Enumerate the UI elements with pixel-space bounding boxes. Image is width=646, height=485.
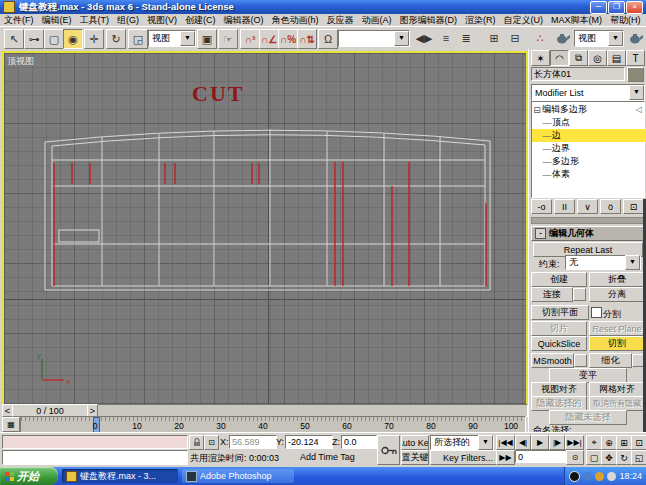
material-editor-icon[interactable]: ∴ (531, 29, 549, 47)
tab-hierarchy[interactable]: ⧉ (569, 50, 588, 66)
collapse-button[interactable]: 折叠 (589, 272, 645, 287)
key-mode-toggle-button[interactable]: ▶▶ (496, 450, 515, 465)
set-keys-button[interactable] (377, 435, 400, 465)
select-and-scale-icon[interactable]: ◲ (128, 29, 148, 49)
angle-snap-icon[interactable]: ∩∠ (259, 29, 279, 49)
spinner-snap-icon[interactable]: ∩⇅ (297, 29, 317, 49)
zoom-extents-icon[interactable]: ⊞ (616, 435, 632, 450)
curve-editor-icon[interactable]: ⊞ (485, 29, 503, 47)
menu-maxscript[interactable]: MAX脚本(M) (551, 14, 602, 27)
slice-plane-button[interactable]: 切割平面 (531, 305, 589, 320)
grid-align-button[interactable]: 网格对齐 (589, 382, 645, 397)
tab-motion[interactable]: ◎ (588, 50, 607, 66)
chevron-down-icon[interactable]: ▼ (625, 255, 640, 270)
stack-item-edge-selected[interactable]: —边 ◁ (532, 129, 646, 142)
min-max-toggle-icon[interactable]: ◱ (631, 450, 646, 465)
menu-create[interactable]: 创建(C) (185, 14, 216, 27)
tray-icon[interactable] (607, 472, 616, 481)
zoom-extents-all-icon[interactable]: ⊡ (631, 435, 646, 450)
remove-modifier-icon[interactable]: ö (600, 199, 621, 214)
menu-group[interactable]: 组(G) (117, 14, 139, 27)
go-to-end-button[interactable]: ▶▶| (565, 435, 584, 450)
object-name-field[interactable]: 长方体01 (531, 67, 625, 81)
render-scene-icon[interactable] (553, 29, 571, 47)
mirror-icon[interactable]: ◀▶ (413, 29, 435, 47)
align-icon[interactable]: ≡ (437, 29, 455, 47)
menu-views[interactable]: 视图(V) (147, 14, 177, 27)
percent-snap-icon[interactable]: ∩% (278, 29, 298, 49)
quick-render-icon[interactable] (626, 29, 644, 47)
mini-curve-editor-icon[interactable]: ▦ (2, 417, 20, 432)
stack-item-element[interactable]: —体素 (532, 168, 646, 181)
chevron-down-icon[interactable]: ▼ (394, 31, 409, 46)
set-key-mode-button[interactable]: 置关键 (401, 450, 429, 465)
tray-icon[interactable] (583, 472, 592, 481)
menu-character[interactable]: 角色动画(h) (272, 14, 319, 27)
restore-button[interactable]: ❐ (608, 1, 625, 14)
current-frame-field[interactable]: 0 (515, 450, 567, 463)
keyboard-override-icon[interactable]: Ω (318, 29, 338, 49)
chevron-down-icon[interactable]: ▼ (629, 85, 644, 100)
chevron-down-icon[interactable]: ▼ (608, 31, 623, 46)
tray-clock[interactable]: 18:24 (619, 471, 642, 481)
create-button[interactable]: 创建 (531, 272, 587, 287)
schematic-view-icon[interactable]: ⊟ (506, 29, 524, 47)
modifier-list-dropdown[interactable]: Modifier List ▼ (531, 84, 645, 101)
top-viewport[interactable]: 顶视图 CUT (2, 51, 528, 406)
unlink-selection-icon[interactable]: ▢ (44, 29, 64, 49)
select-and-manipulate-icon[interactable]: ☞ (218, 29, 238, 49)
layer-manager-icon[interactable]: ≣ (457, 29, 475, 47)
menu-animation[interactable]: 动画(A) (362, 14, 392, 27)
menu-tools[interactable]: 工具(T) (80, 14, 110, 27)
status-prompt-line[interactable] (2, 450, 188, 465)
split-checkbox[interactable] (591, 307, 602, 318)
close-button[interactable]: × (626, 1, 643, 14)
menu-edit[interactable]: 编辑(E) (42, 14, 72, 27)
expand-icon[interactable]: ⊟ (532, 105, 542, 115)
attach-settings-icon[interactable] (573, 288, 586, 301)
zoom-icon[interactable]: ⌖ (586, 435, 602, 450)
attach-button[interactable]: 连接 (531, 287, 573, 302)
snap-toggle-icon[interactable]: ∩³ (240, 29, 260, 49)
taskbar-item-photoshop[interactable]: Adobe Photoshop (182, 469, 294, 483)
collapse-icon[interactable]: - (535, 228, 546, 239)
menu-customize[interactable]: 自定义(U) (504, 14, 544, 27)
stack-item-edit-poly[interactable]: ⊟ 编辑多边形 ◁ (532, 103, 644, 116)
stack-item-vertex[interactable]: —顶点 (532, 116, 646, 129)
play-button[interactable]: ▶ (531, 435, 549, 450)
make-unique-icon[interactable]: ∨ (577, 199, 598, 214)
select-object-icon[interactable]: ↖ (4, 29, 24, 49)
use-pivot-center-icon[interactable]: ▣ (197, 29, 217, 49)
stack-item-polygon[interactable]: —多边形 (532, 155, 646, 168)
select-and-link-icon[interactable]: ⊶ (24, 29, 44, 49)
absolute-offset-toggle-icon[interactable]: ⊡ (204, 435, 219, 450)
taskbar-item-3dsmax[interactable]: 键盘教程.max - 3... (62, 469, 178, 483)
selection-region-icon[interactable]: ◉ (63, 29, 83, 49)
tab-utilities[interactable]: T (626, 50, 645, 66)
arc-rotate-icon[interactable]: ↻ (616, 450, 632, 465)
msmooth-button[interactable]: MSmooth (531, 353, 574, 368)
next-frame-button[interactable]: |▶ (549, 435, 565, 450)
pan-icon[interactable]: ✥ (601, 450, 617, 465)
zoom-region-icon[interactable]: ▢ (586, 450, 602, 465)
menu-modifiers[interactable]: 编辑器(O) (224, 14, 264, 27)
zoom-all-icon[interactable]: ⊕ (601, 435, 617, 450)
detach-button[interactable]: 分离 (589, 287, 645, 302)
z-coordinate-field[interactable]: 0.0 (341, 435, 377, 449)
menu-help[interactable]: 帮助(H) (610, 14, 641, 27)
cut-button[interactable]: 切割 (589, 336, 645, 351)
add-time-tag[interactable]: Add Time Tag (300, 452, 355, 462)
previous-frame-button[interactable]: ◀| (515, 435, 531, 450)
auto-key-button[interactable]: Auto Key (401, 435, 429, 450)
render-type-dropdown[interactable]: 视图 ▼ (574, 30, 624, 47)
select-and-move-icon[interactable]: ✛ (84, 29, 104, 49)
tab-modify[interactable]: ◠ (550, 50, 569, 66)
view-align-button[interactable]: 视图对齐 (531, 382, 587, 397)
edit-geometry-rollout-header[interactable]: - 编辑几何体 (531, 226, 645, 241)
tab-create[interactable]: ✶ (531, 50, 550, 66)
constraint-dropdown[interactable]: 无 ▼ (565, 255, 641, 270)
tab-display[interactable]: ▤ (607, 50, 626, 66)
selection-lock-icon[interactable] (189, 435, 204, 450)
minimize-button[interactable]: ─ (590, 1, 607, 14)
object-color-swatch[interactable] (627, 67, 644, 82)
